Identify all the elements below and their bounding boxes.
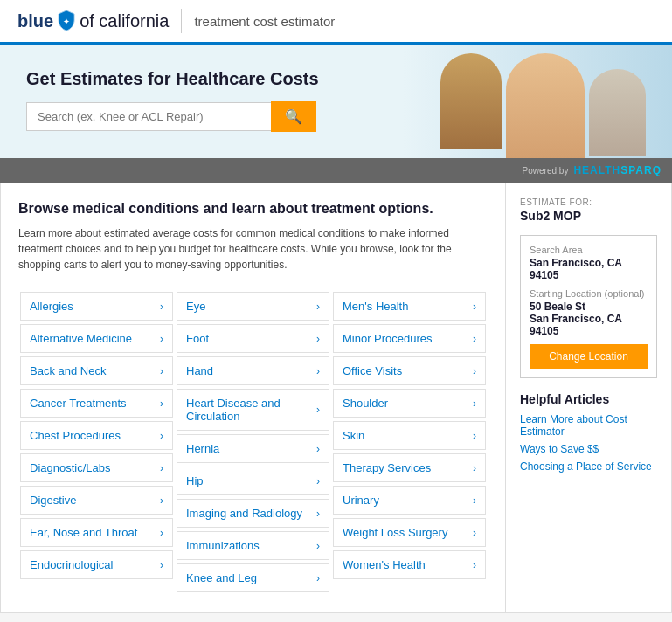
starting-location-line2: San Francisco, CA 94105 <box>530 313 648 337</box>
category-item[interactable]: Heart Disease and Circulation› <box>177 389 329 431</box>
category-item[interactable]: Weight Loss Surgery› <box>333 518 486 547</box>
category-item[interactable]: Hernia› <box>177 434 329 463</box>
estimate-value: Sub2 MOP <box>520 209 657 223</box>
category-item[interactable]: Eye› <box>177 292 329 321</box>
category-item[interactable]: Cancer Treatments› <box>20 389 173 418</box>
chevron-right-icon: › <box>316 365 320 377</box>
chevron-right-icon: › <box>316 508 320 520</box>
content-area: Browse medical conditions and learn abou… <box>1 183 505 612</box>
search-area-label: Search Area <box>530 245 648 255</box>
category-item[interactable]: Office Visits› <box>333 356 486 385</box>
category-label: Chest Procedures <box>30 429 160 442</box>
category-label: Eye <box>186 300 316 313</box>
powered-bar: Powered by HEALTHSPARQ <box>0 158 672 183</box>
logo-area: blue ✦ of california <box>17 10 169 32</box>
category-item[interactable]: Endocrinological› <box>20 550 173 579</box>
category-label: Shoulder <box>343 397 473 410</box>
category-label: Alternative Medicine <box>30 332 160 345</box>
category-label: Weight Loss Surgery <box>343 526 473 539</box>
chevron-right-icon: › <box>160 365 163 377</box>
category-item[interactable]: Digestive› <box>20 486 173 515</box>
chevron-right-icon: › <box>160 397 163 410</box>
starting-location-label: Starting Location (optional) <box>530 288 648 299</box>
category-label: Women's Health <box>343 558 473 571</box>
category-label: Hand <box>186 364 316 377</box>
category-col-1: Allergies›Alternative Medicine›Back and … <box>18 290 175 594</box>
search-input[interactable] <box>26 102 271 131</box>
person-silhouette-2 <box>506 53 585 158</box>
category-label: Back and Neck <box>30 364 160 377</box>
chevron-right-icon: › <box>473 559 476 571</box>
category-item[interactable]: Women's Health› <box>333 550 486 579</box>
chevron-right-icon: › <box>160 301 163 313</box>
articles-list: Learn More about Cost EstimatorWays to S… <box>520 413 657 473</box>
category-label: Cancer Treatments <box>30 397 160 410</box>
category-label: Knee and Leg <box>186 571 316 584</box>
chevron-right-icon: › <box>473 430 476 442</box>
change-location-button[interactable]: Change Location <box>530 344 648 369</box>
search-button[interactable]: 🔍 <box>271 101 316 132</box>
category-item[interactable]: Hand› <box>177 356 329 385</box>
category-item[interactable]: Alternative Medicine› <box>20 324 173 353</box>
chevron-right-icon: › <box>160 462 163 474</box>
category-item[interactable]: Chest Procedures› <box>20 421 173 450</box>
category-label: Heart Disease and Circulation <box>186 397 316 423</box>
category-item[interactable]: Ear, Nose and Throat› <box>20 518 173 547</box>
healthsparq-health: HEALTH <box>573 164 620 176</box>
main-area: Browse medical conditions and learn abou… <box>0 183 672 612</box>
category-item[interactable]: Shoulder› <box>333 389 486 418</box>
chevron-right-icon: › <box>316 540 320 552</box>
category-item[interactable]: Therapy Services› <box>333 453 486 482</box>
helpful-articles-title: Helpful Articles <box>520 392 657 406</box>
article-link[interactable]: Choosing a Place of Service <box>520 460 657 473</box>
category-label: Endocrinological <box>30 558 160 571</box>
chevron-right-icon: › <box>316 443 320 455</box>
category-item[interactable]: Allergies› <box>20 292 173 321</box>
category-item[interactable]: Skin› <box>333 421 486 450</box>
person-silhouette-3 <box>589 69 646 156</box>
chevron-right-icon: › <box>316 301 320 313</box>
category-item[interactable]: Urinary› <box>333 486 486 515</box>
category-item[interactable]: Imaging and Radiology› <box>177 499 329 528</box>
category-item[interactable]: Immunizations› <box>177 531 329 560</box>
category-item[interactable]: Knee and Leg› <box>177 563 329 592</box>
search-area-value: San Francisco, CA 94105 <box>530 257 648 281</box>
chevron-right-icon: › <box>473 494 476 507</box>
chevron-right-icon: › <box>473 301 476 313</box>
category-label: Foot <box>186 332 316 345</box>
category-label: Men's Health <box>343 300 473 313</box>
category-item[interactable]: Hip› <box>177 466 329 495</box>
category-label: Skin <box>343 429 473 442</box>
logo-of-california-text: of california <box>80 11 169 31</box>
hero-section: Get Estimates for Healthcare Costs 🔍 <box>0 45 672 158</box>
article-link[interactable]: Learn More about Cost Estimator <box>520 413 657 438</box>
category-label: Office Visits <box>343 364 473 377</box>
chevron-right-icon: › <box>473 397 476 410</box>
chevron-right-icon: › <box>316 572 320 584</box>
starting-location-line1: 50 Beale St <box>530 301 648 313</box>
person-silhouette-1 <box>440 53 502 149</box>
category-item[interactable]: Back and Neck› <box>20 356 173 385</box>
footer: FAQHealth Insurance GlossaryConditions o… <box>0 612 672 622</box>
category-col-2: Eye›Foot›Hand›Heart Disease and Circulat… <box>175 290 331 594</box>
chevron-right-icon: › <box>473 527 476 539</box>
healthsparq-sparq: SPARQ <box>620 164 662 176</box>
logo-divider <box>181 9 182 33</box>
categories-grid: Allergies›Alternative Medicine›Back and … <box>18 290 488 594</box>
category-item[interactable]: Men's Health› <box>333 292 486 321</box>
chevron-right-icon: › <box>160 333 163 345</box>
chevron-right-icon: › <box>316 404 320 416</box>
article-link[interactable]: Ways to Save $$ <box>520 443 657 455</box>
chevron-right-icon: › <box>160 430 163 442</box>
chevron-right-icon: › <box>473 462 476 474</box>
header: blue ✦ of california treatment cost esti… <box>0 0 672 45</box>
category-item[interactable]: Minor Procedures› <box>333 324 486 353</box>
chevron-right-icon: › <box>316 333 320 345</box>
powered-text: Powered by <box>523 166 569 176</box>
svg-text:✦: ✦ <box>63 17 70 26</box>
category-item[interactable]: Diagnostic/Labs› <box>20 453 173 482</box>
category-label: Immunizations <box>186 539 316 552</box>
chevron-right-icon: › <box>160 527 163 539</box>
category-item[interactable]: Foot› <box>177 324 329 353</box>
shield-icon: ✦ <box>57 10 76 32</box>
